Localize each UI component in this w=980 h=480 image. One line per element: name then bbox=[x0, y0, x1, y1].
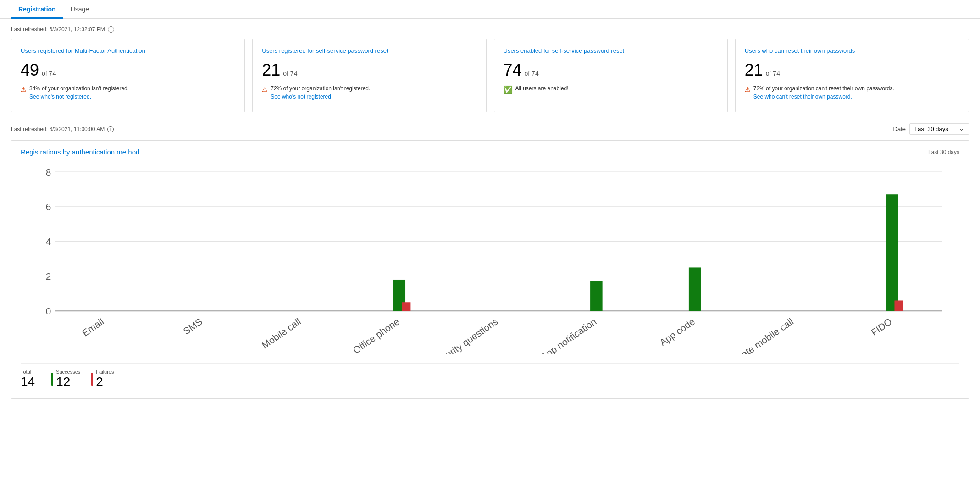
card-warn-text-sspr-enabled: All users are enabled! bbox=[515, 85, 569, 92]
card-title-sspr-enabled[interactable]: Users enabled for self-service password … bbox=[504, 47, 718, 55]
warn-icon-sspr-registered: ⚠ bbox=[262, 86, 268, 93]
card-title-sspr-registered[interactable]: Users registered for self-service passwo… bbox=[262, 47, 476, 55]
chart-refresh-label: Last refreshed: 6/3/2021, 11:00:00 AM i bbox=[11, 126, 114, 132]
legend-successes-label: Successes bbox=[56, 369, 80, 375]
card-big-num-mfa: 49 bbox=[21, 61, 39, 80]
card-sspr-can-reset: Users who can reset their own passwords2… bbox=[735, 39, 969, 112]
card-warning-mfa: ⚠34% of your organization isn't register… bbox=[21, 85, 235, 100]
card-warn-text-mfa: 34% of your organization isn't registere… bbox=[29, 85, 129, 92]
legend-total-value: 14 bbox=[21, 375, 35, 389]
svg-text:2: 2 bbox=[46, 271, 51, 281]
card-warning-sspr-registered: ⚠72% of your organization isn't register… bbox=[262, 85, 476, 100]
chart-title-row: Registrations by authentication method L… bbox=[21, 148, 959, 156]
card-warning-text-sspr-registered: 72% of your organization isn't registere… bbox=[271, 85, 370, 100]
svg-text:Office phone: Office phone bbox=[351, 316, 401, 354]
card-sspr-enabled: Users enabled for self-service password … bbox=[494, 39, 728, 112]
svg-text:8: 8 bbox=[46, 167, 51, 177]
svg-rect-23 bbox=[894, 300, 903, 311]
card-big-num-sspr-enabled: 74 bbox=[504, 61, 522, 80]
top-refresh-label: Last refreshed: 6/3/2021, 12:32:07 PM i bbox=[11, 26, 969, 33]
legend-failure-bar bbox=[91, 373, 93, 386]
date-select[interactable]: Last 30 daysLast 7 daysLast 24 hours bbox=[909, 123, 969, 135]
svg-rect-22 bbox=[886, 194, 898, 311]
card-warning-sspr-can-reset: ⚠72% of your organization can't reset th… bbox=[745, 85, 959, 100]
legend-failures-label: Failures bbox=[96, 369, 114, 375]
card-count-mfa: 49of 74 bbox=[21, 61, 235, 80]
card-link-mfa[interactable]: See who's not registered. bbox=[29, 94, 129, 100]
card-count-sspr-enabled: 74of 74 bbox=[504, 61, 718, 80]
svg-text:Email: Email bbox=[80, 316, 106, 338]
top-info-icon[interactable]: i bbox=[108, 26, 114, 33]
tab-bar: Registration Usage bbox=[0, 0, 980, 19]
card-warn-text-sspr-registered: 72% of your organization isn't registere… bbox=[271, 85, 370, 92]
tab-registration[interactable]: Registration bbox=[11, 0, 63, 19]
svg-text:0: 0 bbox=[46, 306, 51, 316]
chart-info-icon[interactable]: i bbox=[107, 126, 114, 132]
svg-rect-17 bbox=[590, 281, 603, 311]
chart-period: Last 30 days bbox=[928, 149, 959, 155]
card-of-total-sspr-registered: of 74 bbox=[283, 70, 297, 77]
legend-failures: Failures 2 bbox=[91, 369, 114, 389]
card-sspr-registered: Users registered for self-service passwo… bbox=[252, 39, 486, 112]
date-label: Date bbox=[893, 126, 906, 132]
svg-text:App notification: App notification bbox=[539, 316, 598, 354]
card-count-sspr-can-reset: 21of 74 bbox=[745, 61, 959, 80]
legend-failures-value: 2 bbox=[96, 375, 114, 389]
legend-total: Total 14 bbox=[21, 369, 35, 389]
svg-text:Security questions: Security questions bbox=[430, 316, 500, 354]
card-warning-text-mfa: 34% of your organization isn't registere… bbox=[29, 85, 129, 100]
svg-text:Alternate mobile call: Alternate mobile call bbox=[719, 316, 795, 354]
svg-rect-14 bbox=[402, 302, 410, 311]
svg-text:App code: App code bbox=[658, 316, 697, 348]
chart-title: Registrations by authentication method bbox=[21, 148, 139, 156]
legend-successes-value: 12 bbox=[56, 375, 80, 389]
card-big-num-sspr-can-reset: 21 bbox=[745, 61, 763, 80]
svg-text:SMS: SMS bbox=[181, 316, 204, 337]
card-mfa: Users registered for Multi-Factor Authen… bbox=[11, 39, 245, 112]
main-content: Last refreshed: 6/3/2021, 12:32:07 PM i … bbox=[0, 19, 980, 406]
card-warning-text-sspr-can-reset: 72% of your organization can't reset the… bbox=[753, 85, 894, 100]
chart-area: 02468EmailSMSMobile callOffice phoneSecu… bbox=[21, 163, 959, 356]
legend-success-bar bbox=[51, 373, 53, 386]
chart-svg: 02468EmailSMSMobile callOffice phoneSecu… bbox=[21, 163, 959, 354]
card-warning-sspr-enabled: ✅All users are enabled! bbox=[504, 85, 718, 94]
legend-total-label: Total bbox=[21, 369, 35, 375]
card-warning-text-sspr-enabled: All users are enabled! bbox=[515, 85, 569, 92]
svg-text:Mobile call: Mobile call bbox=[260, 316, 303, 350]
legend-successes: Successes 12 bbox=[51, 369, 80, 389]
card-link-sspr-registered[interactable]: See who's not registered. bbox=[271, 94, 370, 100]
card-link-sspr-can-reset[interactable]: See who can't reset their own password. bbox=[753, 94, 894, 100]
card-of-total-sspr-enabled: of 74 bbox=[525, 70, 539, 77]
date-selector: Date Last 30 daysLast 7 daysLast 24 hour… bbox=[893, 123, 969, 135]
section-header: Last refreshed: 6/3/2021, 11:00:00 AM i … bbox=[11, 123, 969, 135]
warn-icon-sspr-can-reset: ⚠ bbox=[745, 86, 751, 93]
card-warn-text-sspr-can-reset: 72% of your organization can't reset the… bbox=[753, 85, 894, 92]
tab-usage[interactable]: Usage bbox=[63, 0, 96, 19]
success-icon-sspr-enabled: ✅ bbox=[504, 85, 513, 94]
svg-text:6: 6 bbox=[46, 201, 51, 212]
svg-text:4: 4 bbox=[46, 236, 51, 247]
legend-failures-info: Failures 2 bbox=[96, 369, 114, 389]
svg-text:FIDO: FIDO bbox=[869, 316, 894, 337]
card-of-total-sspr-can-reset: of 74 bbox=[766, 70, 780, 77]
date-select-wrapper: Last 30 daysLast 7 daysLast 24 hours bbox=[909, 123, 969, 135]
summary-cards: Users registered for Multi-Factor Authen… bbox=[11, 39, 969, 112]
card-big-num-sspr-registered: 21 bbox=[262, 61, 280, 80]
chart-legend: Total 14 Successes 12 Failures 2 bbox=[21, 363, 959, 389]
legend-successes-info: Successes 12 bbox=[56, 369, 80, 389]
chart-container: Registrations by authentication method L… bbox=[11, 140, 969, 399]
card-title-sspr-can-reset[interactable]: Users who can reset their own passwords bbox=[745, 47, 959, 55]
card-title-mfa[interactable]: Users registered for Multi-Factor Authen… bbox=[21, 47, 235, 55]
warn-icon-mfa: ⚠ bbox=[21, 86, 27, 93]
card-count-sspr-registered: 21of 74 bbox=[262, 61, 476, 80]
svg-rect-19 bbox=[689, 267, 701, 311]
card-of-total-mfa: of 74 bbox=[42, 70, 56, 77]
